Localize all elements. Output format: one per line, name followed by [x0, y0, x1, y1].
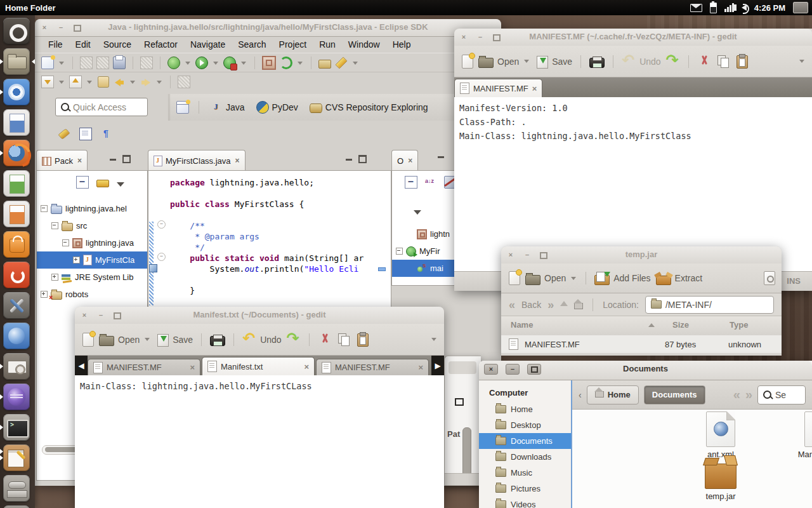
tree-item-lightning-java-hel[interactable]: lightning.java.hel — [37, 200, 147, 217]
launcher-item-gedit[interactable] — [3, 444, 30, 471]
back-icon[interactable]: « — [733, 387, 740, 402]
expand-icon[interactable] — [73, 257, 80, 264]
close-icon[interactable]: × — [418, 363, 423, 372]
perspective-pydev[interactable]: PyDev — [254, 99, 301, 116]
collapse-icon[interactable] — [51, 222, 58, 229]
home-icon[interactable] — [574, 303, 583, 309]
sound-indicator-icon[interactable] — [742, 4, 747, 11]
launcher-item-dash[interactable] — [3, 18, 30, 44]
pilcrow-icon[interactable] — [101, 128, 112, 140]
menu-navigate[interactable]: Navigate — [185, 38, 231, 51]
minimize-view-icon[interactable] — [438, 156, 444, 158]
search-pencil-icon[interactable] — [335, 57, 347, 69]
launcher-item-libreoffice-impress[interactable] — [3, 201, 30, 227]
redo-icon[interactable] — [287, 333, 301, 347]
search-input[interactable]: Se — [757, 385, 806, 404]
tree-item-lightning-java[interactable]: lightning.java — [37, 234, 147, 251]
files-content[interactable]: ant.xmlManifest.txttemp.jar — [572, 410, 812, 508]
view-menu-icon[interactable] — [414, 210, 421, 215]
path-button-home[interactable]: Home — [587, 385, 639, 404]
toolbar-overflow-caret-icon[interactable] — [431, 338, 436, 341]
open-button[interactable]: Open — [478, 55, 530, 68]
close-icon[interactable]: × — [532, 84, 537, 93]
prev-annotation-icon[interactable] — [69, 76, 82, 88]
editor-tab-manifest-mf[interactable]: MANIFEST.MF× — [88, 359, 200, 375]
archive-list-header[interactable]: Name Size Type — [501, 316, 782, 336]
perspective-cvs-repository-exploring[interactable]: CVS Repository Exploring — [307, 100, 431, 115]
new-java-project-icon[interactable] — [262, 56, 276, 70]
launcher-item-firefox[interactable] — [3, 140, 30, 166]
extract-button[interactable]: Extract — [656, 271, 703, 285]
close-icon[interactable]: × — [40, 22, 49, 32]
save-all-disabled-icon[interactable] — [96, 57, 109, 69]
close-icon[interactable]: × — [190, 363, 195, 372]
source-box-icon[interactable] — [79, 128, 92, 140]
sidebar-item-videos[interactable]: Videos — [479, 497, 571, 508]
package-explorer-tab[interactable]: Pack × — [36, 150, 88, 171]
undo-button[interactable]: Undo — [622, 55, 660, 69]
close-icon[interactable]: × — [235, 156, 240, 165]
menu-edit[interactable]: Edit — [70, 38, 96, 51]
fold-collapse-icon[interactable]: − — [157, 253, 166, 261]
expand-icon[interactable] — [51, 274, 58, 281]
copy-icon[interactable] — [337, 333, 351, 347]
editor-tab[interactable]: MyFirstClass.java × — [148, 150, 246, 171]
link-with-editor-icon[interactable] — [96, 180, 109, 187]
launcher-item-trash[interactable] — [3, 505, 30, 508]
launcher-item-archive-manager[interactable] — [3, 475, 30, 502]
column-type[interactable]: Type — [730, 320, 748, 330]
collapse-all-icon[interactable] — [76, 176, 89, 189]
last-edit-icon[interactable] — [98, 76, 109, 88]
collapse-icon[interactable] — [62, 239, 69, 246]
dropdown-caret-icon[interactable] — [213, 62, 218, 65]
open-button[interactable]: Open — [99, 333, 151, 346]
editor-tab-manifest-mf[interactable]: MANIFEST.MF× — [316, 359, 429, 375]
scrollbar-thumb[interactable] — [45, 447, 78, 452]
launcher-item-ubuntu-one[interactable] — [3, 262, 30, 288]
archive-row[interactable]: MANIFEST.MF 87 bytes unknown — [501, 335, 782, 353]
minimize-icon[interactable]: – — [96, 310, 105, 320]
link-editor-disabled-icon[interactable] — [140, 57, 153, 69]
launcher-item-eclipse[interactable] — [3, 384, 30, 410]
paste-icon[interactable] — [357, 333, 369, 347]
launcher-item-terminal[interactable] — [3, 414, 30, 441]
open-button[interactable]: Open — [525, 272, 577, 285]
dropdown-caret-icon[interactable] — [298, 62, 303, 65]
view-menu-icon[interactable] — [117, 182, 124, 187]
archive-titlebar[interactable]: × – temp.jar — [501, 246, 782, 264]
menu-help[interactable]: Help — [387, 38, 417, 51]
next-annotation-icon[interactable] — [41, 76, 54, 88]
back-icon[interactable] — [114, 76, 125, 88]
menu-project[interactable]: Project — [273, 38, 313, 51]
sidebar-item-pictures[interactable]: Pictures — [479, 481, 571, 497]
cut-icon[interactable] — [697, 55, 711, 69]
location-input[interactable]: /META-INF/ — [645, 296, 774, 314]
up-icon[interactable] — [560, 301, 568, 306]
files-titlebar[interactable]: × – Documents — [479, 361, 812, 380]
dropdown-caret-icon[interactable] — [59, 62, 64, 65]
open-folder-icon[interactable] — [318, 60, 331, 69]
toolbar-overflow-caret-icon[interactable] — [799, 60, 804, 63]
dropdown-caret-icon[interactable] — [353, 62, 358, 65]
new-wizard-icon[interactable] — [41, 57, 54, 69]
dropdown-caret-icon[interactable] — [59, 81, 64, 84]
tree-item-robots[interactable]: robots — [37, 286, 147, 303]
menu-source[interactable]: Source — [98, 38, 137, 51]
launcher-item-libreoffice-calc[interactable] — [3, 170, 30, 197]
tree-item-src[interactable]: src — [37, 217, 147, 234]
launcher-item-files[interactable] — [3, 48, 30, 75]
close-icon[interactable]: × — [506, 250, 515, 260]
maximize-view-icon[interactable] — [122, 155, 131, 163]
tree-item-jre-system-lib[interactable]: JRE System Lib — [37, 269, 147, 286]
sidebar-item-home[interactable]: Home — [479, 401, 571, 417]
redo-icon[interactable] — [666, 55, 680, 69]
dropdown-caret-icon[interactable] — [185, 62, 190, 65]
dropdown-caret-icon[interactable] — [524, 60, 529, 63]
close-icon[interactable]: × — [77, 156, 82, 165]
print-icon[interactable] — [589, 58, 605, 68]
minimize-icon[interactable]: – — [56, 22, 65, 32]
paste-icon[interactable] — [737, 55, 748, 69]
sidebar-item-desktop[interactable]: Desktop — [479, 417, 571, 433]
print-icon[interactable] — [210, 336, 225, 346]
launcher-item-evolution[interactable] — [3, 353, 30, 380]
